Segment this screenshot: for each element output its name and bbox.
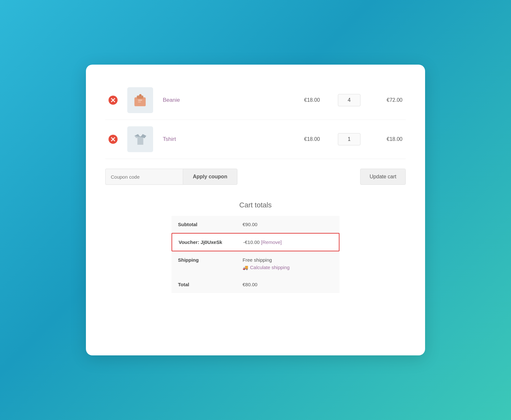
voucher-remove-link[interactable]: [Remove] [261, 239, 282, 245]
beanie-quantity[interactable]: 4 [338, 94, 360, 106]
coupon-row: Apply coupon Update cart [105, 169, 406, 185]
shipping-row: Shipping Free shipping 🚚 Calculate shipp… [172, 251, 339, 276]
total-label: Total [178, 282, 243, 287]
beanie-total: €72.00 [370, 97, 402, 103]
cart-totals-title: Cart totals [239, 201, 272, 209]
beanie-image [127, 87, 153, 113]
truck-icon: 🚚 [243, 265, 248, 270]
total-value: €80.00 [243, 282, 333, 287]
tshirt-total: €18.00 [370, 136, 402, 142]
subtotal-row: Subtotal €90.00 [172, 216, 339, 233]
shipping-label: Shipping [178, 257, 243, 263]
svg-rect-5 [138, 101, 141, 102]
voucher-amount: -€10.00 [243, 239, 260, 245]
remove-tshirt-button[interactable] [109, 135, 118, 144]
calculate-shipping-link[interactable]: 🚚 Calculate shipping [243, 265, 333, 270]
update-cart-button[interactable]: Update cart [360, 169, 406, 185]
voucher-row: Voucher: Jj0UxeSk -€10.00 [Remove] [172, 233, 339, 251]
subtotal-label: Subtotal [178, 222, 243, 227]
totals-table: Subtotal €90.00 Voucher: Jj0UxeSk -€10.0… [172, 216, 339, 293]
cart-totals-section: Cart totals Subtotal €90.00 Voucher: Jj0… [105, 201, 406, 293]
apply-coupon-button[interactable]: Apply coupon [183, 169, 237, 185]
total-row: Total €80.00 [172, 276, 339, 293]
tshirt-name: Tshirt [163, 136, 286, 142]
beanie-name: Beanie [163, 97, 286, 103]
svg-point-3 [139, 94, 141, 96]
tshirt-price: €18.00 [296, 136, 328, 142]
subtotal-value: €90.00 [243, 222, 333, 227]
free-shipping-text: Free shipping [243, 257, 333, 263]
cart-card: Beanie €18.00 4 €72.00 Tshirt €18.00 1 €… [86, 65, 425, 355]
voucher-value: -€10.00 [Remove] [243, 239, 332, 245]
tshirt-quantity[interactable]: 1 [338, 133, 360, 145]
remove-beanie-button[interactable] [109, 96, 118, 105]
calculate-shipping-label: Calculate shipping [250, 265, 290, 270]
svg-rect-4 [138, 100, 142, 100]
tshirt-image [127, 126, 153, 152]
coupon-input[interactable] [105, 169, 183, 185]
cart-item-beanie: Beanie €18.00 4 €72.00 [105, 81, 406, 120]
beanie-price: €18.00 [296, 97, 328, 103]
cart-item-tshirt: Tshirt €18.00 1 €18.00 [105, 120, 406, 159]
shipping-value: Free shipping 🚚 Calculate shipping [243, 257, 333, 270]
voucher-label: Voucher: Jj0UxeSk [179, 239, 243, 245]
